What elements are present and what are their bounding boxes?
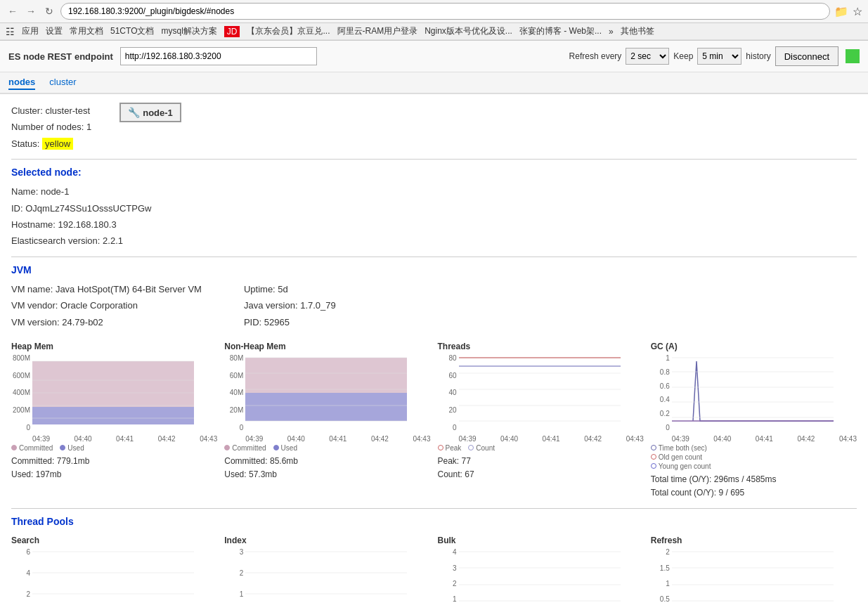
bookmark-more[interactable]: » bbox=[609, 27, 614, 37]
gc-legend: Time both (sec) Old gen count Young gen … bbox=[651, 444, 857, 470]
index-y-axis: 3210 bbox=[224, 548, 245, 610]
refresh-svg bbox=[672, 548, 857, 610]
committed-label: Committed bbox=[19, 444, 53, 452]
node-name-label: Name: bbox=[11, 186, 38, 197]
bookmark-jd-text[interactable]: 【京东会员】京豆兑... bbox=[247, 25, 330, 37]
refresh-label: Refresh every bbox=[569, 51, 622, 61]
bookmark-docs[interactable]: 常用文档 bbox=[70, 25, 103, 37]
vm-vendor-label: VM vendor: bbox=[11, 300, 58, 311]
search-svg bbox=[32, 548, 217, 610]
bookmark-aliyun[interactable]: 阿里云-RAM用户登录 bbox=[337, 25, 418, 37]
back-button[interactable]: ← bbox=[6, 4, 20, 18]
heap-committed-label: Committed: bbox=[11, 456, 54, 466]
tab-cluster[interactable]: cluster bbox=[49, 75, 76, 90]
forward-button[interactable]: → bbox=[24, 4, 38, 18]
heap-stats: Committed: 779.1mb Used: 197mb bbox=[11, 455, 217, 481]
young-gen-dot bbox=[651, 463, 656, 469]
vm-vendor-value: Oracle Corporation bbox=[60, 300, 138, 311]
used-dot bbox=[60, 445, 65, 450]
bulk-svg bbox=[459, 548, 644, 610]
browser-bookmarks: ☷ 应用 设置 常用文档 51CTO文档 mysql解决方案 JD 【京东会员】… bbox=[0, 23, 868, 40]
old-gen-dot bbox=[651, 454, 656, 460]
tab-nodes[interactable]: nodes bbox=[8, 75, 35, 90]
search-pool-title: Search bbox=[11, 536, 217, 545]
index-svg bbox=[245, 548, 430, 610]
total-count-label: Total count (O/Y): bbox=[651, 488, 716, 498]
young-gen-label: Young gen count bbox=[659, 462, 711, 470]
node-hostname-value: 192.168.180.3 bbox=[58, 219, 117, 230]
non-heap-svg bbox=[245, 354, 430, 431]
threads-stats: Peak: 77 Count: 67 bbox=[438, 455, 644, 481]
divider-2 bbox=[11, 257, 857, 257]
browser-extension-icon: 📁 bbox=[834, 5, 848, 18]
thread-pool-charts: Search 6420 04:3904:4004:4104:420 bbox=[11, 536, 857, 610]
search-y-axis: 6420 bbox=[11, 548, 32, 610]
java-version-value: 1.7.0_79 bbox=[300, 300, 336, 311]
bookmark-other[interactable]: 其他书签 bbox=[621, 25, 654, 37]
bookmark-nginx[interactable]: Nginx版本号优化及设... bbox=[425, 25, 512, 37]
threads-chart: Threads 806040200 bbox=[438, 342, 644, 500]
vm-version-value: 24.79-b02 bbox=[62, 317, 103, 327]
keep-label: Keep bbox=[673, 51, 693, 61]
refresh-pool-title: Refresh bbox=[651, 536, 857, 545]
refresh-select[interactable]: 2 sec 5 sec 10 sec bbox=[626, 48, 669, 65]
gc-title: GC (A) bbox=[651, 342, 857, 351]
java-version-label: Java version: bbox=[244, 300, 298, 311]
uptime-label: Uptime: bbox=[244, 284, 276, 294]
heap-committed-value: 779.1mb bbox=[57, 456, 90, 466]
bookmark-jd[interactable]: JD bbox=[224, 26, 240, 37]
non-heap-stats: Committed: 85.6mb Used: 57.3mb bbox=[224, 455, 430, 481]
y-label-0: 0 bbox=[11, 424, 30, 431]
jvm-title: JVM bbox=[11, 264, 857, 275]
refresh-controls: Refresh every 2 sec 5 sec 10 sec Keep 5 … bbox=[569, 46, 860, 66]
node-details: Name: node-1 ID: OJqmLz74SSu1OsssUCTPGw … bbox=[11, 183, 857, 249]
non-heap-title: Non-Heap Mem bbox=[224, 342, 430, 351]
bookmark-apps[interactable]: 应用 bbox=[22, 25, 39, 37]
bookmark-mysql[interactable]: mysql解决方案 bbox=[161, 25, 216, 37]
non-heap-used-value: 57.3mb bbox=[249, 469, 277, 479]
divider-1 bbox=[11, 159, 857, 160]
y-label-200: 200M bbox=[11, 406, 30, 414]
jvm-charts: Heap Mem 800M 600M 400M 200M 0 bbox=[11, 342, 857, 500]
bookmark-51cto[interactable]: 51CTO文档 bbox=[110, 25, 154, 37]
x-label: 04:39 bbox=[32, 435, 50, 443]
reload-button[interactable]: ↻ bbox=[42, 4, 56, 18]
jvm-info: VM name: Java HotSpot(TM) 64-Bit Server … bbox=[11, 281, 857, 330]
threads-x-axis: 04:3904:4004:4104:4204:43 bbox=[459, 435, 644, 443]
browser-star-icon: ☆ bbox=[853, 5, 862, 18]
nodes-count-value: 1 bbox=[86, 122, 91, 132]
count-dot bbox=[468, 445, 474, 450]
node-id-label: ID: bbox=[11, 203, 23, 214]
index-pool-title: Index bbox=[224, 536, 430, 545]
vm-name-value: Java HotSpot(TM) 64-Bit Server VM bbox=[56, 284, 202, 294]
peak-dot bbox=[438, 445, 443, 450]
refresh-y-axis: 21.510.50 bbox=[651, 548, 672, 610]
keep-select[interactable]: 5 min 10 min 30 min bbox=[697, 48, 741, 65]
search-pool-chart: Search 6420 04:3904:4004:4104:420 bbox=[11, 536, 217, 610]
browser-toolbar: ← → ↻ 📁 ☆ bbox=[0, 0, 868, 23]
x-label: 04:42 bbox=[158, 435, 176, 443]
vm-version-label: VM version: bbox=[11, 317, 60, 327]
used-label: Used bbox=[67, 444, 84, 452]
threads-y-axis: 806040200 bbox=[438, 354, 459, 443]
node-id-value: OJqmLz74SSu1OsssUCTPGw bbox=[25, 203, 151, 214]
non-heap-committed-label: Committed: bbox=[224, 456, 267, 466]
peak-stat-label: Peak: bbox=[438, 456, 460, 466]
y-40: 40M bbox=[224, 389, 243, 396]
heap-mem-svg bbox=[32, 354, 217, 431]
bookmark-settings[interactable]: 设置 bbox=[46, 25, 63, 37]
node-badge[interactable]: 🔧 node-1 bbox=[119, 103, 181, 122]
heap-used-value: 197mb bbox=[36, 469, 62, 479]
x-label: 04:43 bbox=[200, 435, 217, 443]
peak-stat-value: 77 bbox=[462, 456, 471, 466]
cluster-info: Cluster: cluster-test Number of nodes: 1… bbox=[11, 103, 91, 152]
disconnect-button[interactable]: Disconnect bbox=[775, 46, 838, 66]
total-time-value: 296ms / 4585ms bbox=[714, 474, 777, 484]
uptime-value: 5d bbox=[278, 284, 287, 294]
bookmark-blog[interactable]: 张宴的博客 - Web架... bbox=[519, 25, 602, 37]
url-bar[interactable] bbox=[60, 3, 830, 20]
endpoint-input[interactable] bbox=[120, 47, 317, 65]
refresh-pool-chart: Refresh 21.510.50 bbox=[651, 536, 857, 610]
svg-rect-2 bbox=[32, 407, 194, 424]
x-label: 04:40 bbox=[75, 435, 92, 443]
